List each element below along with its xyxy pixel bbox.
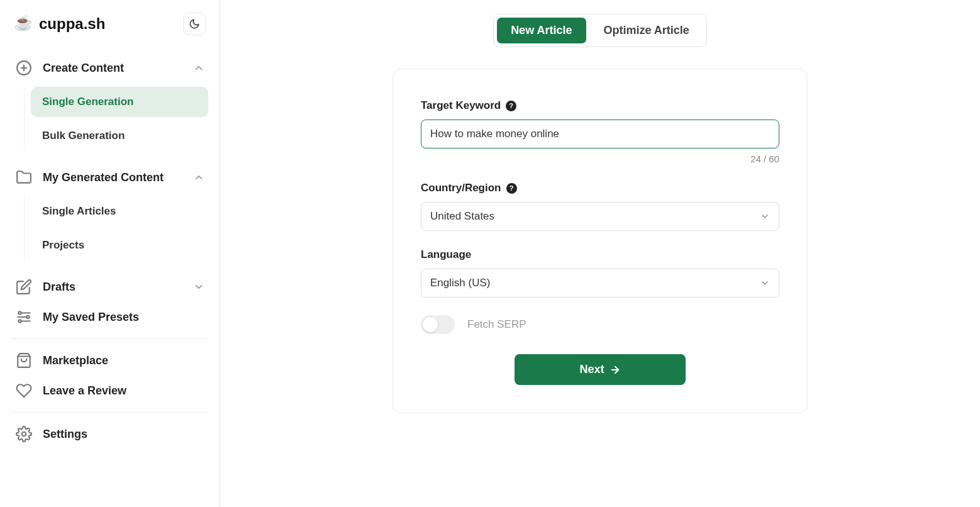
divider — [11, 412, 208, 413]
nav-label: Drafts — [43, 281, 183, 294]
theme-toggle-button[interactable] — [183, 13, 206, 35]
language-select[interactable]: English (US) — [421, 269, 779, 298]
sidebar-item-bulk-generation[interactable]: Bulk Generation — [31, 121, 208, 151]
edit-icon — [15, 278, 33, 296]
sidebar-item-single-generation[interactable]: Single Generation — [31, 87, 208, 117]
plus-circle-icon — [15, 59, 33, 77]
gear-icon — [15, 425, 33, 443]
nav-label: My Saved Presets — [43, 311, 204, 324]
nav-label: Settings — [43, 428, 204, 441]
chevron-down-icon — [760, 278, 770, 288]
sidebar-item-settings[interactable]: Settings — [11, 419, 208, 449]
next-label: Next — [579, 363, 604, 376]
sidebar: ☕ cuppa.sh Create Content Single Generat… — [0, 0, 220, 507]
chevron-up-icon — [193, 62, 204, 74]
country-label-row: Country/Region ? — [421, 182, 779, 194]
sidebar-item-review[interactable]: Leave a Review — [11, 376, 208, 406]
sidebar-item-projects[interactable]: Projects — [31, 230, 208, 260]
language-value: English (US) — [430, 277, 490, 289]
field-country: Country/Region ? United States — [421, 182, 779, 231]
coffee-icon: ☕ — [14, 15, 33, 30]
keyword-char-count: 24 / 60 — [421, 153, 779, 164]
country-value: United States — [430, 210, 494, 223]
sliders-icon — [15, 308, 33, 326]
chevron-up-icon — [193, 172, 204, 183]
keyword-label: Target Keyword — [421, 99, 501, 112]
sidebar-item-marketplace[interactable]: Marketplace — [11, 345, 208, 376]
sidebar-item-presets[interactable]: My Saved Presets — [11, 302, 208, 332]
nav-label: Marketplace — [43, 354, 204, 367]
sidebar-header: ☕ cuppa.sh — [11, 13, 208, 35]
keyword-label-row: Target Keyword ? — [421, 99, 779, 112]
heart-icon — [15, 382, 33, 399]
main-content: New Article Optimize Article Target Keyw… — [220, 0, 980, 507]
nav-header-my-generated[interactable]: My Generated Content — [11, 162, 208, 192]
brand-name: cuppa.sh — [39, 15, 105, 33]
next-button[interactable]: Next — [515, 354, 686, 385]
nav-label: My Generated Content — [43, 171, 183, 184]
form-card: Target Keyword ? 24 / 60 Country/Region … — [393, 69, 808, 413]
field-language: Language English (US) — [421, 248, 779, 298]
svg-point-10 — [22, 432, 26, 437]
svg-point-6 — [18, 311, 21, 314]
fetch-serp-label: Fetch SERP — [467, 318, 526, 331]
field-keyword: Target Keyword ? 24 / 60 — [421, 99, 779, 164]
svg-point-7 — [26, 316, 29, 318]
nav-header-create-content[interactable]: Create Content — [11, 53, 208, 83]
country-select[interactable]: United States — [421, 202, 779, 231]
toggle-knob — [423, 317, 438, 332]
tab-optimize-article[interactable]: Optimize Article — [590, 18, 703, 43]
nav-section-create-content: Create Content Single Generation Bulk Ge… — [11, 53, 208, 157]
nav-children: Single Articles Projects — [24, 196, 208, 260]
tab-new-article[interactable]: New Article — [497, 18, 586, 43]
chevron-down-icon — [193, 281, 204, 292]
sidebar-item-drafts[interactable]: Drafts — [11, 272, 208, 302]
svg-point-8 — [18, 320, 21, 322]
nav-section-my-generated: My Generated Content Single Articles Pro… — [11, 162, 208, 267]
divider — [11, 338, 208, 339]
help-icon[interactable]: ? — [506, 183, 517, 194]
nav-label: Create Content — [43, 62, 183, 75]
fetch-serp-row: Fetch SERP — [421, 315, 779, 334]
moon-icon — [189, 18, 200, 30]
keyword-input[interactable] — [421, 120, 779, 148]
nav-children: Single Generation Bulk Generation — [24, 87, 208, 151]
language-label-row: Language — [421, 248, 779, 261]
sidebar-item-single-articles[interactable]: Single Articles — [31, 196, 208, 226]
chevron-down-icon — [760, 211, 770, 221]
shopping-bag-icon — [15, 352, 33, 369]
language-label: Language — [421, 248, 471, 261]
mode-tabs: New Article Optimize Article — [493, 14, 707, 47]
fetch-serp-toggle[interactable] — [421, 315, 455, 334]
country-label: Country/Region — [421, 182, 501, 194]
help-icon[interactable]: ? — [506, 101, 516, 111]
nav-label: Leave a Review — [43, 384, 204, 398]
folder-icon — [15, 169, 33, 186]
arrow-right-icon — [610, 364, 621, 376]
brand-logo[interactable]: ☕ cuppa.sh — [14, 15, 105, 33]
